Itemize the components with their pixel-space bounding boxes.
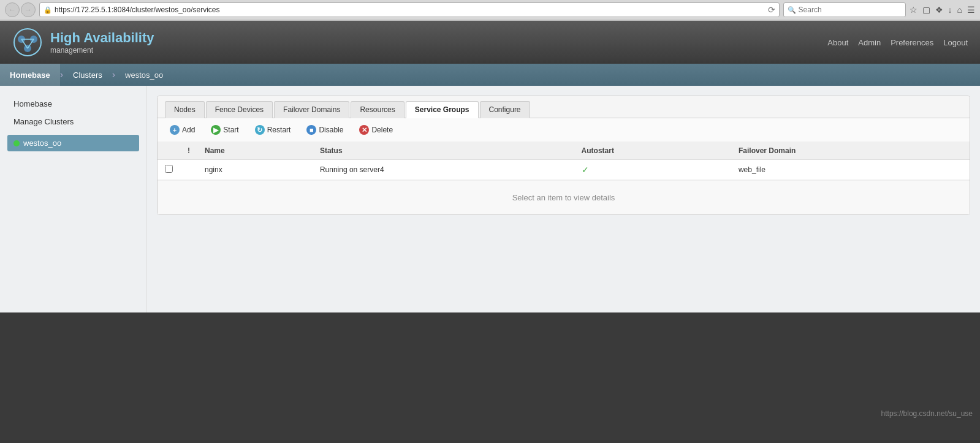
table-header-name: Name (197, 142, 313, 160)
about-link[interactable]: About (827, 38, 848, 47)
add-label: Add (182, 126, 195, 134)
tab-service-groups[interactable]: Service Groups (406, 101, 479, 118)
sidebar-item-westos-oo[interactable]: westos_oo (7, 135, 139, 151)
cluster-status-dot (13, 140, 20, 146)
row-alert-cell (180, 160, 197, 180)
delete-button[interactable]: ✕ Delete (354, 123, 398, 137)
shield-icon[interactable]: ❖ (935, 5, 943, 15)
nav-buttons: ← → (5, 2, 36, 17)
delete-icon: ✕ (359, 125, 369, 135)
table-row[interactable]: nginx Running on server4 ✓ web_file (158, 160, 970, 180)
logo-subtitle: management (50, 46, 154, 55)
preferences-link[interactable]: Preferences (891, 38, 933, 47)
content-toolbar: + Add ▶ Start ↻ Restart ■ Disable ✕ De (158, 118, 970, 142)
table-header-status: Status (313, 142, 574, 160)
logout-link[interactable]: Logout (943, 38, 968, 47)
add-icon: + (170, 125, 180, 135)
service-groups-table: ! Name Status Autostart Failover Domain … (158, 142, 970, 180)
url-text: https://172.25.5.1:8084/cluster/westos_o… (55, 6, 768, 14)
search-icon: 🔍 (788, 6, 796, 14)
breadcrumb-clusters[interactable]: Clusters (63, 64, 112, 86)
reading-mode-icon[interactable]: ▢ (922, 5, 930, 15)
download-icon[interactable]: ↓ (948, 5, 952, 15)
search-bar[interactable]: 🔍 (783, 2, 906, 17)
back-button[interactable]: ← (5, 2, 20, 17)
disable-label: Disable (319, 126, 343, 134)
browser-icons: ☆ ▢ ❖ ↓ ⌂ ☰ (910, 5, 975, 15)
sidebar: Homebase Manage Clusters westos_oo (0, 86, 147, 312)
table-header-autostart: Autostart (574, 142, 731, 160)
star-icon[interactable]: ☆ (910, 5, 917, 15)
table-header-checkbox (158, 142, 180, 160)
disable-icon: ■ (306, 125, 316, 135)
breadcrumb: Homebase › Clusters › westos_oo (0, 64, 980, 86)
row-checkbox[interactable] (165, 165, 173, 173)
start-button[interactable]: ▶ Start (206, 123, 243, 137)
forward-button[interactable]: → (21, 2, 36, 17)
app-header: High Availability management About Admin… (0, 21, 980, 64)
start-label: Start (223, 126, 238, 134)
breadcrumb-current: westos_oo (115, 64, 173, 86)
row-name: nginx (197, 160, 313, 180)
tabs-bar: Nodes Fence Devices Failover Domains Res… (158, 96, 970, 118)
cluster-name-label: westos_oo (23, 138, 61, 148)
logo-image (12, 27, 43, 58)
refresh-button[interactable]: ⟳ (768, 5, 775, 15)
lock-icon: 🔒 (44, 6, 52, 14)
tab-fence-devices[interactable]: Fence Devices (206, 101, 273, 118)
main-layout: Homebase Manage Clusters westos_oo Nodes… (0, 86, 980, 312)
tab-nodes[interactable]: Nodes (165, 101, 205, 118)
autostart-checkmark: ✓ (582, 165, 589, 175)
address-bar[interactable]: 🔒 https://172.25.5.1:8084/cluster/westos… (39, 2, 780, 17)
tab-resources[interactable]: Resources (351, 101, 404, 118)
search-input[interactable] (799, 6, 902, 14)
restart-icon: ↻ (255, 125, 265, 135)
breadcrumb-homebase[interactable]: Homebase (0, 64, 60, 86)
restart-label: Restart (267, 126, 291, 134)
app-nav-links: About Admin Preferences Logout (827, 38, 968, 47)
table-header-failover-domain: Failover Domain (731, 142, 970, 160)
add-button[interactable]: + Add (165, 123, 200, 137)
watermark: https://blog.csdn.net/su_use (881, 409, 973, 418)
app-logo: High Availability management (12, 27, 154, 58)
bottom-bar: https://blog.csdn.net/su_use (0, 312, 980, 423)
tab-configure[interactable]: Configure (480, 101, 530, 118)
logo-title: High Availability (50, 30, 154, 46)
table-header-alert: ! (180, 142, 197, 160)
row-checkbox-cell[interactable] (158, 160, 180, 180)
menu-icon[interactable]: ☰ (967, 5, 975, 15)
restart-button[interactable]: ↻ Restart (250, 123, 296, 137)
delete-label: Delete (371, 126, 393, 134)
row-status: Running on server4 (313, 160, 574, 180)
empty-state: Select an item to view details (158, 180, 970, 214)
sidebar-item-manage-clusters[interactable]: Manage Clusters (7, 113, 139, 130)
content-area: Nodes Fence Devices Failover Domains Res… (147, 86, 980, 312)
logo-text: High Availability management (50, 30, 154, 55)
admin-link[interactable]: Admin (858, 38, 881, 47)
browser-chrome: ← → 🔒 https://172.25.5.1:8084/cluster/we… (0, 0, 980, 21)
disable-button[interactable]: ■ Disable (302, 123, 348, 137)
content-panel: Nodes Fence Devices Failover Domains Res… (157, 96, 970, 215)
home-icon[interactable]: ⌂ (957, 5, 962, 15)
browser-toolbar: ← → 🔒 https://172.25.5.1:8084/cluster/we… (0, 0, 980, 20)
tab-failover-domains[interactable]: Failover Domains (274, 101, 349, 118)
row-failover-domain: web_file (731, 160, 970, 180)
sidebar-item-homebase[interactable]: Homebase (7, 96, 139, 112)
row-autostart: ✓ (574, 160, 731, 180)
start-icon: ▶ (211, 125, 221, 135)
